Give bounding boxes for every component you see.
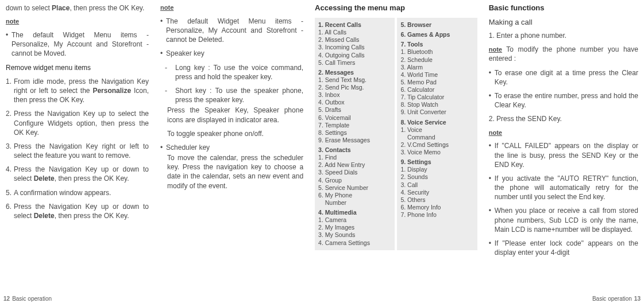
col-4: Basic functions Making a call 1. Enter a… bbox=[483, 0, 644, 303]
speaker-long: -Long key : To use the voice command, pr… bbox=[160, 63, 303, 81]
speaker-short: -Short key : To use the speaker phone, p… bbox=[160, 86, 303, 104]
menu-right: 5. Browser 6. Games & Apps 7. Tools 1. B… bbox=[397, 18, 477, 250]
page-spread: down to select Place, then press the OK … bbox=[0, 0, 644, 303]
note-b4: •If "Please enter lock code" appears on … bbox=[489, 239, 638, 257]
speaker-note1: Press the Speaker Key, Speaker phone ico… bbox=[160, 106, 303, 124]
note-heading: note bbox=[160, 3, 303, 12]
section-title: Basic functions bbox=[489, 3, 638, 12]
note-inline: note To modify the phone number you have… bbox=[489, 45, 638, 63]
sub-heading: Remove widget menu items bbox=[6, 63, 149, 72]
speaker-note2: To toggle speaker phone on/off. bbox=[160, 129, 303, 138]
step-1: 1.From idle mode, press the Navigation K… bbox=[6, 77, 149, 105]
bullet-2: •To erase the entire number, press and h… bbox=[489, 91, 638, 110]
step-3: 3.Press the Navigation Key right or left… bbox=[6, 142, 149, 160]
note-b2: •If you activate the "AUTO RETRY" functi… bbox=[489, 174, 638, 202]
step-4: 4.Press the Navigation Key up or down to… bbox=[6, 165, 149, 183]
step-5: 5.A confirmation window appears. bbox=[6, 188, 149, 197]
note-bullet: •The default Widget Menu items - Persona… bbox=[6, 30, 149, 59]
step-6: 6.Press the Navigation Key up or down to… bbox=[6, 202, 149, 220]
footer-left: 12Basic operation bbox=[3, 296, 52, 302]
col-1: down to select Place, then press the OK … bbox=[0, 0, 155, 303]
scheduler-note: To move the calendar, press the schedule… bbox=[160, 153, 303, 191]
menu-left: 1. Recent Calls 1. All Calls2. Missed Ca… bbox=[315, 18, 395, 250]
speaker-key: •Speaker key bbox=[160, 49, 303, 58]
bullet-1: •To erase one digit at a time press the … bbox=[489, 68, 638, 87]
col-3: Accessing the menu map 1. Recent Calls 1… bbox=[309, 0, 483, 303]
menu-title: Accessing the menu map bbox=[315, 3, 477, 12]
footer-right: Basic operation13 bbox=[592, 296, 641, 302]
menu-map: 1. Recent Calls 1. All Calls2. Missed Ca… bbox=[315, 18, 477, 250]
sub-heading: Making a call bbox=[489, 18, 638, 26]
note-heading: note bbox=[6, 17, 149, 26]
step-2: 2.Press the Navigation Key up to select … bbox=[6, 109, 149, 137]
step-1: 1. Enter a phone number. bbox=[489, 31, 638, 40]
scheduler-key: •Scheduler key bbox=[160, 143, 303, 152]
col-2: note •The default Widget Menu items - Pe… bbox=[155, 0, 309, 303]
note-b3: •When you place or receive a call from s… bbox=[489, 206, 638, 234]
step-2: 2. Press the SEND Key. bbox=[489, 114, 638, 123]
note-bullet: •The default Widget Menu items - Persona… bbox=[160, 17, 303, 45]
note-b1: •If "CALL FAILED" appears on the display… bbox=[489, 141, 638, 169]
note-heading: note bbox=[489, 129, 638, 137]
intro-text: down to select Place, then press the OK … bbox=[6, 3, 149, 13]
